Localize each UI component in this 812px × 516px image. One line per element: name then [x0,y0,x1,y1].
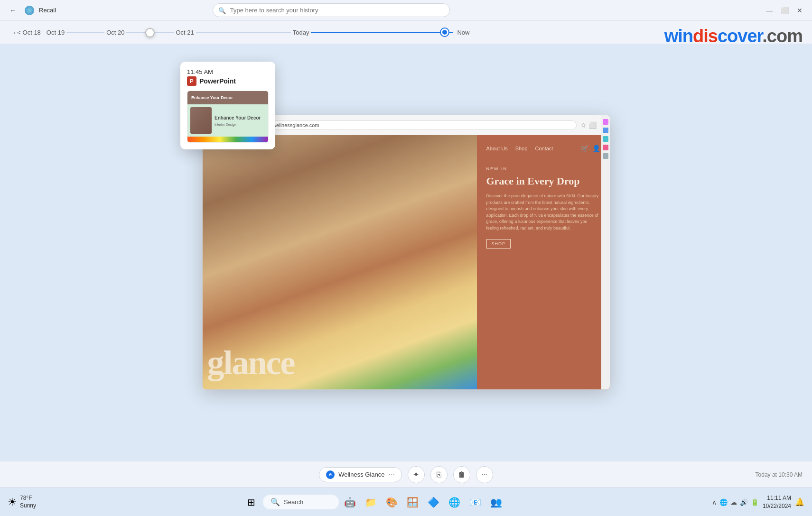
taskbar-edge[interactable]: 🌐 [445,493,464,512]
timeline-cursor [145,28,155,37]
date-today: Today [291,29,311,36]
user-icon[interactable]: 👤 [592,145,600,152]
taskbar-paint[interactable]: 🎨 [383,493,401,512]
restore-button[interactable]: ⬜ [778,4,791,17]
timeline-track-2 [126,32,174,33]
recall-icon [25,6,34,15]
action-bar: e Wellness Glance ··· ✦ ⎘ 🗑 ··· Today at… [0,461,812,488]
main-content-area: 11:45 AM P PowerPoint Enhance Your Decor… [0,44,812,461]
search-icon: 🔍 [271,498,280,507]
browser-content: glance About Us Shop Contact 🛒 👤 [203,135,610,389]
sidebar-tool-2[interactable] [603,128,608,133]
ppt-main-text: Enhance Your Decor [215,115,265,121]
timeline-date-oct19[interactable]: Oct 19 [45,29,104,36]
site-nav-contact[interactable]: Contact [535,146,553,151]
cart-icon[interactable]: 🛒 [580,145,588,152]
app-title: Recall [39,7,56,14]
date-oct20: Oct 20 [104,29,126,36]
weather-widget[interactable]: ☀ 78°F Sunny [8,495,36,509]
date-oct21: Oct 21 [174,29,196,36]
close-button[interactable]: ✕ [793,4,806,17]
site-nav-icons: 🛒 👤 [580,145,600,152]
taskbar-store[interactable]: 🔷 [424,493,443,512]
sidebar-tool-1[interactable] [603,119,608,125]
sidebar-tool-3[interactable] [603,136,608,142]
site-nav: About Us Shop Contact 🛒 👤 [486,145,600,152]
history-search[interactable]: 🔍 [213,3,450,17]
timeline-date-oct21[interactable]: Oct 21 [174,29,290,36]
ppt-body: Enhance Your Decor Interior Design [187,104,268,137]
source-pill[interactable]: e Wellness Glance ··· [319,467,402,482]
weather-icon: ☀ [8,496,17,508]
cloud-icon[interactable]: ☁ [730,498,737,506]
title-bar-left: ← Recall [6,3,56,18]
ppt-sub-text: Interior Design [215,123,265,126]
ppt-bottom-bar [187,137,268,142]
site-nav-shop[interactable]: Shop [515,146,528,151]
taskbar-copilot[interactable]: 🤖 [341,493,360,512]
battery-icon[interactable]: 🔋 [751,498,759,506]
powerpoint-letter: P [190,78,193,84]
sidebar-tool-4[interactable] [603,145,608,150]
watermark-win: win [664,26,693,46]
network-icon[interactable]: 🌐 [719,498,728,506]
tooltip-preview: Enhance Your Decor Enhance Your Decor In… [187,91,269,143]
watermark: windiscover.com [664,26,803,46]
taskbar-teams[interactable]: 👥 [487,493,506,512]
chevron-up-icon[interactable]: ∧ [712,498,717,506]
watermark-cover: cover [718,26,762,46]
search-icon: 🔍 [218,7,226,14]
timeline-dot [441,28,448,36]
site-left-panel: glance [203,135,477,389]
action-timestamp: Today at 10:30 AM [756,471,803,478]
windows-icon: ⊞ [247,497,255,508]
minimize-button[interactable]: — [763,4,776,17]
taskbar-search[interactable]: 🔍 Search [263,495,339,509]
browser-url-bar[interactable]: https://wellnessglance.com [251,120,576,130]
ai-enhance-button[interactable]: ✦ [408,466,425,483]
site-headline: Grace in Every Drop [486,175,600,187]
search-input[interactable] [213,3,450,17]
taskbar-photos[interactable]: 🪟 [403,493,422,512]
start-button[interactable]: ⊞ [242,493,261,512]
overflow-button[interactable]: ··· [476,466,493,483]
timeline-track-1 [66,32,104,33]
system-tray-icons: ∧ 🌐 ☁ 🔊 🔋 [712,498,759,506]
chevron-left-icon: ‹ [13,29,15,36]
delete-button[interactable]: 🗑 [453,466,470,483]
tooltip-time: 11:45 AM [187,68,269,75]
copy-button[interactable]: ⎘ [430,466,448,483]
notification-bell[interactable]: 🔔 [795,498,804,507]
taskbar-outlook[interactable]: 📧 [466,493,485,512]
back-button[interactable]: ← [6,3,20,18]
weather-temp: 78°F [20,495,36,502]
taskbar-search-label: Search [284,498,303,506]
taskbar-icons: ⊞ 🔍 Search 🤖 📁 🎨 🪟 🔷 🌐 📧 👥 [242,493,506,512]
window-controls: — ⬜ ✕ [763,4,806,17]
ppt-image [190,107,212,134]
taskbar-files[interactable]: 📁 [362,493,381,512]
taskbar-center: ⊞ 🔍 Search 🤖 📁 🎨 🪟 🔷 🌐 📧 👥 [36,493,712,512]
site-shop-button[interactable]: SHOP [486,239,511,249]
clock-area[interactable]: 11:11 AM 10/22/2024 [763,494,791,510]
ppt-preview: Enhance Your Decor Enhance Your Decor In… [187,91,268,142]
weather-condition: Sunny [20,502,36,510]
site-face-image: glance [203,135,477,389]
site-nav-links: About Us Shop Contact [486,146,553,151]
browser-bookmark-icon[interactable]: ☆ [580,121,587,129]
site-nav-about[interactable]: About Us [486,146,508,151]
tooltip-app-row: P PowerPoint [187,76,269,86]
date-oct19: Oct 19 [45,29,66,36]
timeline-date-oct20[interactable]: Oct 20 [104,29,174,36]
timeline-prev-button[interactable]: ‹ < Oct 18 [9,27,45,38]
source-more-icon[interactable]: ··· [388,470,394,479]
volume-icon[interactable]: 🔊 [740,498,748,506]
site-right-panel: About Us Shop Contact 🛒 👤 NEW IN Grace i… [477,135,610,389]
site-glance-text: glance [207,346,295,380]
sidebar-tool-5[interactable] [603,153,608,159]
now-label: Now [457,29,469,36]
ppt-header: Enhance Your Decor [187,91,268,104]
watermark-com: com [767,26,803,46]
browser-tab-icon[interactable]: ⬜ [588,121,597,129]
timeline-date-today[interactable]: Today [291,29,454,36]
